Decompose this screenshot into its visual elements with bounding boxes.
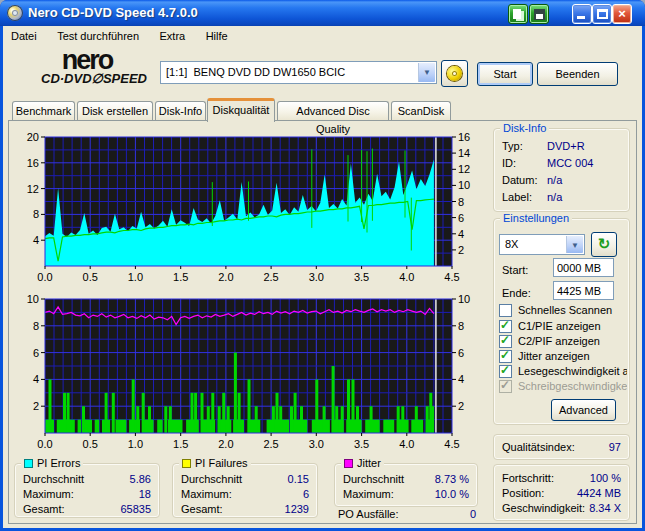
save-results-button[interactable] [529, 4, 549, 24]
checkbox-checked-disabled-icon: ✓ [499, 380, 512, 393]
svg-text:10: 10 [458, 179, 470, 191]
tab-scandisk[interactable]: ScanDisk [391, 101, 451, 120]
checkbox-checked-icon[interactable]: ✓ [499, 365, 512, 378]
po-failures-label: PO Ausfälle: [338, 508, 399, 520]
disc-icon [447, 66, 462, 81]
svg-text:12: 12 [458, 163, 470, 175]
close-icon: × [613, 5, 631, 23]
start-button[interactable]: Start [477, 62, 533, 86]
pi-errors-swatch-icon [24, 459, 33, 468]
svg-text:6: 6 [33, 347, 39, 359]
speed-select-value: 8X [505, 238, 518, 250]
menu-hilfe[interactable]: Hilfe [198, 27, 236, 42]
svg-text:3.0: 3.0 [309, 438, 324, 450]
checkbox-checked-icon[interactable]: ✓ [499, 320, 512, 333]
svg-text:2: 2 [33, 400, 39, 412]
menu-extra[interactable]: Extra [152, 27, 194, 42]
stat-label: Durchschnitt [23, 473, 84, 485]
close-button[interactable]: × [612, 4, 632, 24]
menu-datei[interactable]: Datei [3, 27, 45, 42]
checkbox-c1-pie[interactable]: ✓ C1/PIE anzeigen [499, 320, 627, 334]
refresh-button[interactable]: ↻ [591, 232, 617, 257]
disk-info-value: n/a [547, 191, 562, 203]
progress-value: 100 % [590, 472, 621, 484]
stat-value: 5.86 [130, 473, 151, 485]
maximize-button[interactable] [592, 4, 612, 24]
progress-label: Fortschritt: [502, 472, 554, 484]
svg-text:8: 8 [33, 208, 39, 220]
checkbox-c2-pif[interactable]: ✓ C2/PIF anzeigen [499, 335, 627, 349]
drive-selector[interactable]: [1:1] BENQ DVD DD DW1650 BCIC ▼ [160, 61, 437, 84]
end-position-input[interactable] [553, 281, 614, 300]
svg-text:4.5: 4.5 [444, 438, 459, 450]
svg-text:16: 16 [27, 157, 39, 169]
svg-text:1.0: 1.0 [128, 438, 143, 450]
nero-logo-wordmark: nero [28, 49, 146, 71]
svg-text:10: 10 [458, 293, 470, 305]
menu-test-durchfuehren[interactable]: Test durchführen [49, 27, 147, 42]
svg-text:4: 4 [458, 228, 464, 240]
chevron-down-icon[interactable]: ▼ [566, 236, 583, 253]
tab-benchmark[interactable]: Benchmark [12, 101, 75, 120]
speed-select[interactable]: 8X ▼ [499, 234, 585, 255]
stat-label: Maximum: [343, 488, 394, 500]
checkbox-lesegeschwindigkeit[interactable]: ✓ Lesegeschwindigkeit a [499, 365, 627, 379]
checkbox-jitter[interactable]: ✓ Jitter anzeigen [499, 350, 627, 364]
stat-value: 8.73 % [435, 473, 469, 485]
tab-advanced-disc-quality[interactable]: Advanced Disc Quality [277, 101, 389, 120]
svg-text:20: 20 [27, 131, 39, 143]
svg-text:2.5: 2.5 [263, 438, 278, 450]
jitter-swatch-icon [344, 459, 353, 468]
svg-text:6: 6 [458, 347, 464, 359]
quit-button[interactable]: Beenden [537, 62, 618, 86]
quality-index-box: Qualitätsindex:97 [493, 434, 630, 460]
minimize-button[interactable] [572, 4, 592, 24]
checkbox-checked-icon[interactable]: ✓ [499, 335, 512, 348]
svg-text:2.5: 2.5 [263, 271, 278, 283]
svg-text:14: 14 [458, 147, 470, 159]
titlebar[interactable]: Nero CD-DVD Speed 4.7.0.0 × [0, 0, 645, 26]
stat-value: 1239 [285, 503, 309, 515]
pi-errors-chart: 481216202468101214160.00.51.01.52.02.53.… [8, 128, 490, 286]
stat-label: Durchschnitt [181, 473, 242, 485]
copy-screenshot-button[interactable] [508, 4, 528, 24]
checkbox-icon[interactable] [499, 304, 512, 317]
svg-text:3.5: 3.5 [354, 271, 369, 283]
tab-diskqualitaet[interactable]: Diskqualität [207, 98, 275, 122]
svg-text:0.5: 0.5 [83, 438, 98, 450]
stat-value: 0.15 [288, 473, 309, 485]
position-label: Position: [502, 487, 544, 499]
svg-text:1.0: 1.0 [128, 271, 143, 283]
stat-label: Maximum: [23, 488, 74, 500]
maximize-icon [597, 9, 608, 19]
svg-text:4: 4 [33, 234, 39, 246]
svg-text:3.0: 3.0 [309, 271, 324, 283]
tab-disk-info[interactable]: Disk-Info [155, 101, 206, 120]
stat-value: 18 [139, 488, 151, 500]
stat-value: 65835 [120, 503, 151, 515]
checkbox-checked-icon[interactable]: ✓ [499, 350, 512, 363]
pi-failures-jitter-chart: 2468102468100.00.51.01.52.02.53.03.54.04… [8, 290, 490, 452]
svg-text:1.5: 1.5 [173, 438, 188, 450]
tab-disk-erstellen[interactable]: Disk erstellen [77, 101, 153, 120]
minimize-icon [577, 16, 585, 19]
menubar: Datei Test durchführen Extra Hilfe [3, 26, 642, 46]
jitter-stats-box: Jitter Durchschnitt8.73 % Maximum:10.0 % [334, 463, 478, 507]
po-failures-value: 0 [470, 508, 476, 520]
disk-info-value: n/a [547, 174, 562, 186]
checkbox-schnelles-scannen[interactable]: Schnelles Scannen [499, 304, 627, 318]
start-position-label: Start: [502, 264, 528, 276]
disk-info-box: Disk-Info Typ:DVD+R ID:MCC 004 Datum:n/a… [493, 128, 630, 212]
disk-info-value: DVD+R [547, 140, 585, 152]
disk-info-label: Label: [502, 191, 532, 203]
nero-logo-tagline: CD·DVD∅SPEED [28, 71, 160, 86]
window-title: Nero CD-DVD Speed 4.7.0.0 [28, 0, 198, 26]
svg-text:4.0: 4.0 [399, 271, 414, 283]
erase-disc-button[interactable] [441, 60, 468, 87]
copy-icon [513, 9, 521, 19]
disk-info-label: Typ: [502, 140, 523, 152]
start-position-input[interactable] [553, 258, 614, 277]
svg-text:0.5: 0.5 [83, 271, 98, 283]
chevron-down-icon[interactable]: ▼ [418, 63, 435, 82]
advanced-button[interactable]: Advanced [551, 399, 616, 421]
